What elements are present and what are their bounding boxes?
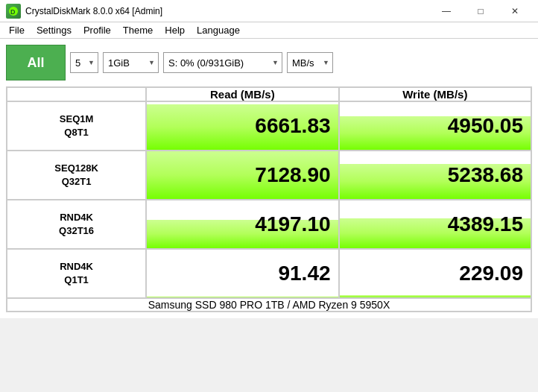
menu-profile[interactable]: Profile	[77, 23, 117, 37]
title-bar: D CrystalDiskMark 8.0.0 x64 [Admin] — □ …	[0, 0, 538, 22]
drive-select-wrapper: S: 0% (0/931GiB)	[163, 52, 282, 73]
drive-select[interactable]: S: 0% (0/931GiB)	[163, 52, 282, 73]
menu-bar: File Settings Profile Theme Help Languag…	[0, 22, 538, 39]
read-cell-0: 6661.83	[146, 101, 338, 151]
toolbar: All 5 1 3 9 1GiB 512MiB 2GiB 4GiB S: 0% …	[6, 45, 532, 80]
write-cell-0: 4950.05	[339, 101, 531, 151]
main-content: All 5 1 3 9 1GiB 512MiB 2GiB 4GiB S: 0% …	[0, 39, 538, 318]
write-cell-1: 5238.68	[339, 151, 531, 200]
read-header: Read (MB/s)	[146, 87, 338, 101]
row-label-0: SEQ1MQ8T1	[7, 101, 146, 151]
write-cell-2: 4389.15	[339, 200, 531, 249]
row-label-2: RND4KQ32T16	[7, 200, 146, 249]
row-label-3: RND4KQ1T1	[7, 249, 146, 298]
app-icon: D	[6, 4, 21, 19]
svg-text:D: D	[10, 8, 16, 16]
menu-file[interactable]: File	[3, 23, 31, 37]
read-cell-2: 4197.10	[146, 200, 338, 249]
menu-help[interactable]: Help	[159, 23, 191, 37]
window-title: CrystalDiskMark 8.0.0 x64 [Admin]	[25, 6, 429, 16]
menu-settings[interactable]: Settings	[31, 23, 77, 37]
empty-header	[7, 87, 146, 101]
menu-language[interactable]: Language	[191, 23, 246, 37]
unit-select[interactable]: MB/s GB/s IOPS	[287, 52, 333, 73]
window-controls: — □ ✕	[429, 0, 532, 22]
read-cell-3: 91.42	[146, 249, 338, 298]
row-label-1: SEQ128KQ32T1	[7, 151, 146, 200]
menu-theme[interactable]: Theme	[117, 23, 159, 37]
runs-select[interactable]: 5 1 3 9	[70, 52, 98, 73]
unit-select-wrapper: MB/s GB/s IOPS	[287, 52, 333, 73]
write-cell-3: 229.09	[339, 249, 531, 298]
close-button[interactable]: ✕	[498, 0, 532, 22]
footer-label: Samsung SSD 980 PRO 1TB / AMD Ryzen 9 59…	[7, 298, 531, 312]
bench-table: Read (MB/s) Write (MB/s) SEQ1MQ8T16661.8…	[6, 86, 532, 312]
size-select[interactable]: 1GiB 512MiB 2GiB 4GiB	[103, 52, 159, 73]
maximize-button[interactable]: □	[463, 0, 498, 22]
runs-select-wrapper: 5 1 3 9	[70, 52, 98, 73]
minimize-button[interactable]: —	[429, 0, 463, 22]
write-header: Write (MB/s)	[339, 87, 531, 101]
size-select-wrapper: 1GiB 512MiB 2GiB 4GiB	[103, 52, 159, 73]
all-button[interactable]: All	[6, 45, 66, 80]
read-cell-1: 7128.90	[146, 151, 338, 200]
